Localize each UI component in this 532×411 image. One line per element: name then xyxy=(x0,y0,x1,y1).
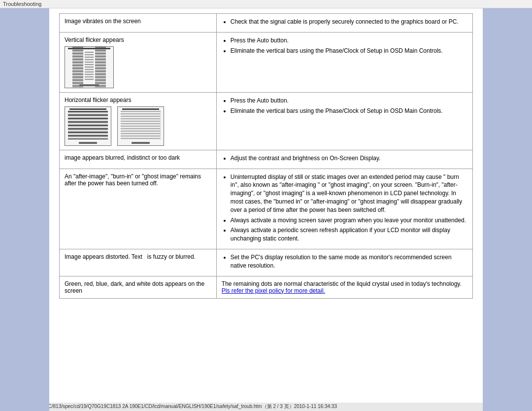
problem-cell: An "after-image", "burn-in" or "ghost im… xyxy=(60,169,217,249)
table-row: An "after-image", "burn-in" or "ghost im… xyxy=(60,169,473,249)
table-row: Image appears distorted. Text is fuzzy o… xyxy=(60,249,473,276)
list-item: Eliminate the vertical bars using the Ph… xyxy=(231,107,467,115)
list-item: Always activate a moving screen saver pr… xyxy=(231,216,467,225)
bottom-bar: file:///E|/manual/SPEC/813/spec/cd/19/Q7… xyxy=(0,402,532,411)
vflicker-top-bar xyxy=(68,48,110,49)
problem-text: Green, red, blue, dark, and white dots a… xyxy=(65,280,204,294)
hflicker-bottom-2 xyxy=(132,142,150,144)
list-item: Press the Auto button. xyxy=(231,97,467,105)
solution-cell: Set the PC's display resolution to the s… xyxy=(216,249,472,276)
solution-cell: Uninterrupted display of still or static… xyxy=(216,169,472,249)
problem-cell: Vertical flicker appears xyxy=(60,32,217,92)
hflicker-stripes-1 xyxy=(68,111,108,139)
troubleshooting-table: Image vibrates on the screen Check that … xyxy=(59,13,473,299)
list-item: Uninterrupted display of still or static… xyxy=(231,173,467,214)
vertical-flicker-image xyxy=(65,46,114,88)
left-sidebar xyxy=(0,0,49,411)
solution-list: Set the PC's display resolution to the s… xyxy=(222,253,467,270)
vflicker-bar-right xyxy=(95,47,106,88)
table-row: Green, red, blue, dark, and white dots a… xyxy=(60,276,473,298)
problem-cell: image appears blurred, indistinct or too… xyxy=(60,150,217,169)
bottom-bar-path: file:///E|/manual/SPEC/813/spec/cd/19/Q7… xyxy=(3,404,337,409)
problem-cell: Green, red, blue, dark, and white dots a… xyxy=(60,276,217,298)
problem-cell: Image vibrates on the screen xyxy=(60,14,217,33)
hflicker-stripes-2 xyxy=(121,111,161,139)
list-item: Adjust the contrast and brightness on On… xyxy=(231,154,467,163)
top-bar: Troubleshooting xyxy=(0,0,532,8)
problem-cell: Image appears distorted. Text is fuzzy o… xyxy=(60,249,217,276)
problem-text: Image vibrates on the screen xyxy=(65,18,141,25)
table-row: image appears blurred, indistinct or too… xyxy=(60,150,473,169)
problem-cell: Horizontal flicker appears xyxy=(60,92,217,150)
vflicker-bottom-bar xyxy=(79,84,99,86)
problem-title: Vertical flicker appears xyxy=(65,36,211,43)
table-row: Image vibrates on the screen Check that … xyxy=(60,14,473,33)
solution-cell: Press the Auto button. Eliminate the ver… xyxy=(216,32,472,92)
vflicker-bar-left xyxy=(72,47,83,88)
hflicker-images xyxy=(65,106,211,146)
hflicker-top-bar-2 xyxy=(122,108,159,110)
solution-cell: Press the Auto button. Eliminate the ver… xyxy=(216,92,472,150)
solution-list: Press the Auto button. Eliminate the ver… xyxy=(222,36,467,55)
hflicker-image-1 xyxy=(65,106,111,146)
solution-cell: The remaining dots are normal characteri… xyxy=(216,276,472,298)
problem-title: Horizontal flicker appears xyxy=(65,97,211,103)
list-item: Press the Auto button. xyxy=(231,36,467,45)
main-content: Image vibrates on the screen Check that … xyxy=(49,8,483,403)
table-row: Vertical flicker appears xyxy=(60,32,473,92)
solution-list: Uninterrupted display of still or static… xyxy=(222,173,467,243)
list-item: Always activate a periodic screen refres… xyxy=(231,226,467,243)
list-item: Check that the signal cable is properly … xyxy=(231,18,467,26)
problem-text: Image appears distorted. Text is fuzzy o… xyxy=(65,253,196,260)
problem-text: An "after-image", "burn-in" or "ghost im… xyxy=(65,173,201,187)
problem-text: image appears blurred, indistinct or too… xyxy=(65,154,180,161)
solution-cell: Adjust the contrast and brightness on On… xyxy=(216,150,472,169)
vflicker-content xyxy=(85,52,94,80)
solution-list: Check that the signal cable is properly … xyxy=(222,18,467,26)
right-sidebar xyxy=(483,0,532,411)
list-item: Set the PC's display resolution to the s… xyxy=(231,253,467,270)
table-row: Horizontal flicker appears xyxy=(60,92,473,150)
hflicker-image-2 xyxy=(117,106,164,146)
solution-list: Press the Auto button. Eliminate the ver… xyxy=(222,97,467,115)
solution-list: Adjust the contrast and brightness on On… xyxy=(222,154,467,163)
page-wrapper: Troubleshooting Image vibrates on the sc… xyxy=(0,0,532,411)
hflicker-bottom-1 xyxy=(79,142,97,144)
solution-cell: Check that the signal cable is properly … xyxy=(216,14,472,33)
pixel-policy-link[interactable]: Pls refer the pixel policy for more deta… xyxy=(222,287,325,294)
top-bar-label: Troubleshooting xyxy=(3,1,41,7)
solution-text: The remaining dots are normal characteri… xyxy=(222,280,462,287)
list-item: Eliminate the vertical bars using the Ph… xyxy=(231,47,467,55)
hflicker-top-bar-1 xyxy=(69,108,106,110)
